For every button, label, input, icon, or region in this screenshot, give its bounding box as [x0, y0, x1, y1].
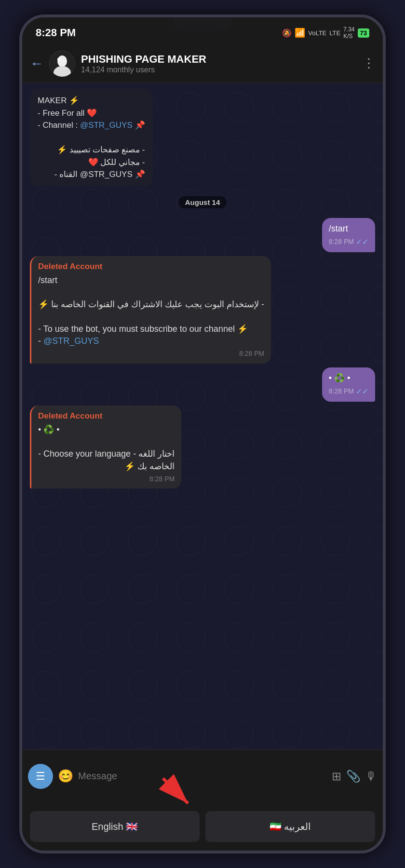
menu-button[interactable]: ☰ — [28, 764, 53, 789]
list-item: /start 8:28 PM ✓✓ — [30, 218, 375, 253]
message-text: /start — [329, 224, 348, 233]
more-options-button[interactable]: ⋮ — [363, 56, 375, 71]
svg-point-3 — [57, 58, 60, 61]
chat-header: ← PHISHING PAGE MAKER 14,124 monthly use… — [22, 44, 383, 83]
header-info: PHISHING PAGE MAKER 14,124 monthly users — [81, 53, 357, 74]
hamburger-icon: ☰ — [36, 770, 45, 783]
list-item: • ♻️ • 8:28 PM ✓✓ — [30, 367, 375, 402]
speed-icon: 7.34K/S — [343, 26, 354, 40]
english-message: - To use the bot, you must subscribe to … — [38, 323, 264, 335]
message-text: /start — [38, 274, 264, 286]
lte2-icon: LTE — [329, 29, 340, 37]
message-time: 8:28 PM — [149, 475, 175, 484]
message-bubble-1: MAKER ⚡ - Free For all ❤️ - Channel : @S… — [30, 89, 153, 187]
arabic-message: - لإستخدام البوت يجب عليك الاشتراك في ال… — [38, 298, 264, 311]
english-button[interactable]: English 🇬🇧 — [30, 811, 200, 842]
date-label: August 14 — [178, 196, 227, 208]
signal-icon: 📶 — [295, 27, 305, 38]
list-item: MAKER ⚡ - Free For all ❤️ - Channel : @S… — [30, 89, 375, 187]
message-text: • ♻️ • — [329, 373, 351, 383]
battery-icon: 73 — [358, 28, 369, 38]
channel-link[interactable]: @STR_GUYS — [80, 121, 133, 130]
avatar — [49, 51, 75, 77]
lte-icon: VoLTE — [308, 29, 326, 37]
list-item: Deleted Account /start - لإستخدام البوت … — [30, 256, 375, 364]
arabic-button[interactable]: 🇮🇷 العربيه — [205, 811, 375, 842]
incoming-bubble-2: Deleted Account • ♻️ • - Choose your lan… — [30, 406, 181, 488]
status-icons: 🔕 📶 VoLTE LTE 7.34K/S 73 — [282, 26, 369, 40]
message-time: 8:28 PM — [329, 237, 354, 247]
message-text: - Channel : @STR_GUYS 📌 — [38, 119, 145, 132]
emoji-button[interactable]: 😊 — [58, 769, 73, 784]
message-time: 8:28 PM — [239, 349, 264, 359]
svg-point-1 — [57, 55, 67, 67]
status-time: 8:28 PM — [36, 27, 76, 39]
message-input[interactable] — [78, 771, 327, 782]
notch — [174, 17, 231, 31]
channel-mention: - @STR_GUYS — [38, 335, 264, 347]
back-button[interactable]: ← — [30, 56, 43, 71]
bell-mute-icon: 🔕 — [282, 28, 292, 38]
choose-lang-en: - Choose your language - اختار اللغه — [38, 448, 175, 460]
arabic-text: 📌 STR_GUYS@ القناه - — [38, 168, 145, 181]
outgoing-bubble: /start 8:28 PM ✓✓ — [322, 218, 375, 253]
arabic-label: 🇮🇷 العربيه — [270, 821, 311, 832]
quick-replies: English 🇬🇧 🇮🇷 العربيه — [22, 802, 383, 851]
mic-icon[interactable]: 🎙 — [365, 770, 377, 783]
chat-area: MAKER ⚡ - Free For all ❤️ - Channel : @S… — [22, 83, 383, 749]
sender-name-2: Deleted Account — [38, 410, 175, 422]
arabic-text: - مجاني للكل ❤️ — [38, 156, 145, 169]
choose-lang-ar: الخاصه بك ⚡ — [38, 461, 175, 473]
list-item: Deleted Account • ♻️ • - Choose your lan… — [30, 406, 375, 488]
sticker-icon[interactable]: ⊞ — [332, 770, 341, 783]
chat-subtitle: 14,124 monthly users — [81, 66, 357, 74]
message-time: 8:28 PM — [329, 387, 354, 396]
incoming-bubble: Deleted Account /start - لإستخدام البوت … — [30, 256, 271, 364]
read-ticks: ✓✓ — [356, 237, 368, 247]
english-label: English 🇬🇧 — [92, 821, 138, 832]
date-divider: August 14 — [30, 196, 375, 208]
message-text: MAKER ⚡ — [38, 95, 145, 107]
chat-title: PHISHING PAGE MAKER — [81, 53, 357, 66]
message-text: • ♻️ • — [38, 424, 175, 436]
phone-frame: 8:28 PM 🔕 📶 VoLTE LTE 7.34K/S 73 ← — [19, 14, 386, 854]
str-guys-link[interactable]: @STR_GUYS — [43, 336, 99, 346]
attachment-icon[interactable]: 📎 — [346, 770, 361, 783]
outgoing-bubble-2: • ♻️ • 8:28 PM ✓✓ — [322, 367, 375, 402]
read-ticks: ✓✓ — [356, 386, 368, 397]
message-text: - Free For all ❤️ — [38, 107, 145, 120]
input-bar: ☰ 😊 ⊞ 📎 🎙 — [22, 749, 383, 802]
sender-name: Deleted Account — [38, 261, 264, 272]
arabic-text: - مصنع صفحات تصيييد ⚡ — [38, 144, 145, 156]
